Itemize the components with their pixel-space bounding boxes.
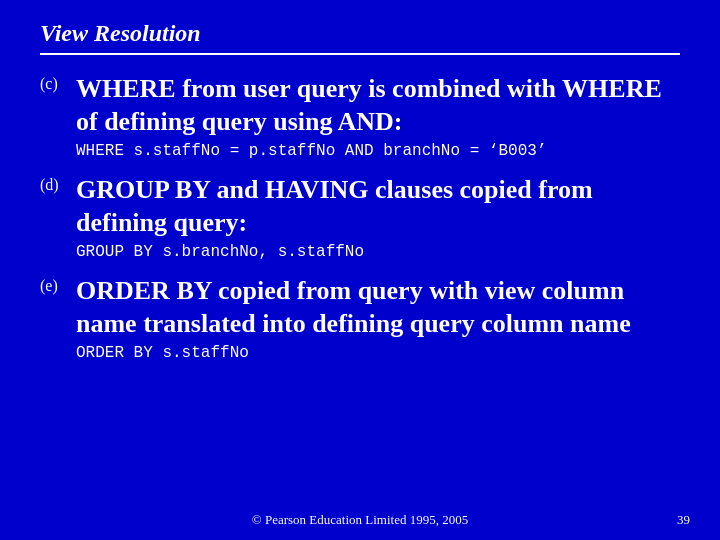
item-c-label: (c) — [40, 73, 76, 93]
footer-text: © Pearson Education Limited 1995, 2005 — [252, 512, 468, 527]
title-section: View Resolution — [40, 20, 680, 55]
item-d-text: GROUP BY and HAVING clauses copied from … — [76, 174, 680, 239]
item-d-label: (d) — [40, 174, 76, 194]
item-d-code: GROUP BY s.branchNo, s.staffNo — [76, 243, 680, 261]
slide: View Resolution (c) WHERE from user quer… — [0, 0, 720, 540]
item-c-code: WHERE s.staffNo = p.staffNo AND branchNo… — [76, 142, 680, 160]
item-d-section: (d) GROUP BY and HAVING clauses copied f… — [40, 174, 680, 261]
item-c-text: WHERE from user query is combined with W… — [76, 73, 680, 138]
item-e-code: ORDER BY s.staffNo — [76, 344, 680, 362]
item-d-row: (d) GROUP BY and HAVING clauses copied f… — [40, 174, 680, 239]
slide-title: View Resolution — [40, 20, 201, 46]
item-e-text: ORDER BY copied from query with view col… — [76, 275, 680, 340]
page-number: 39 — [677, 512, 690, 528]
item-c-row: (c) WHERE from user query is combined wi… — [40, 73, 680, 138]
item-c-section: (c) WHERE from user query is combined wi… — [40, 73, 680, 160]
footer: © Pearson Education Limited 1995, 2005 — [0, 510, 720, 528]
item-e-label: (e) — [40, 275, 76, 295]
item-e-row: (e) ORDER BY copied from query with view… — [40, 275, 680, 340]
item-e-section: (e) ORDER BY copied from query with view… — [40, 275, 680, 362]
